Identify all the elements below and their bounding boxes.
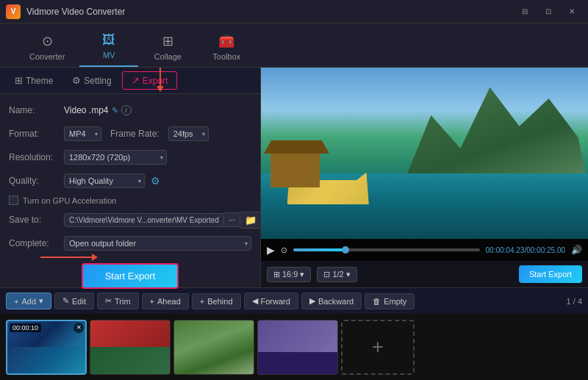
progress-dot xyxy=(342,246,349,254)
resolution-select-wrap: 1280x720 (720p) ▾ xyxy=(64,150,167,165)
forward-button[interactable]: ◀ Forward xyxy=(244,293,298,309)
save-row: Save to: C:\Vidmore\Vidmore V...onverter… xyxy=(9,211,251,229)
edit-icon[interactable]: ✎ xyxy=(112,106,118,115)
video-controls-bottom: ⊞ 16:9 ▾ ⊡ 1/2 ▾ Start Export xyxy=(261,261,588,287)
save-label: Save to: xyxy=(9,215,64,225)
progress-bar[interactable] xyxy=(293,248,480,251)
volume-icon[interactable]: 🔊 xyxy=(571,245,582,255)
zoom-dropdown-arrow: ▾ xyxy=(346,270,351,279)
video-controls: ▶ ⊙ 00:00:04.23/00:00:25.00 🔊 xyxy=(261,239,588,261)
app-container: V Vidmore Video Converter ⊟ ⊡ ✕ ⊙ Conver… xyxy=(0,0,588,380)
forward-label: Forward xyxy=(261,297,290,306)
quality-settings-icon[interactable]: ⚙ xyxy=(151,175,160,187)
film-add-button[interactable]: + xyxy=(341,320,415,375)
film-item-4[interactable]: ✕ xyxy=(257,320,338,375)
ahead-button[interactable]: + Ahead xyxy=(142,293,189,309)
aspect-ratio-button[interactable]: ⊞ 16:9 ▾ xyxy=(267,267,311,282)
stop-button[interactable]: ⊙ xyxy=(281,245,287,255)
save-path-text: C:\Vidmore\Vidmore V...onverter\MV Expor… xyxy=(64,213,224,227)
ahead-icon: + xyxy=(150,297,154,306)
add-dropdown-arrow: ▾ xyxy=(39,296,43,306)
quality-select-wrap: High Quality ▾ xyxy=(64,173,145,188)
time-display: 00:00:04.23/00:00:25.00 xyxy=(486,246,565,254)
play-button[interactable]: ▶ xyxy=(267,244,275,256)
backward-button[interactable]: ▶ Backward xyxy=(301,293,362,309)
zoom-button[interactable]: ⊡ 1/2 ▾ xyxy=(317,267,356,282)
backward-icon: ▶ xyxy=(309,296,315,306)
framerate-select[interactable]: 24fps xyxy=(168,126,209,141)
window-controls: ⊟ ⊡ ✕ xyxy=(514,4,582,19)
empty-button[interactable]: 🗑 Empty xyxy=(365,293,415,309)
zoom-icon: ⊡ xyxy=(323,270,330,279)
format-row: Format: MP4 ▾ Frame Rate: 24fps xyxy=(9,125,251,143)
quality-label: Quality: xyxy=(9,176,64,186)
converter-icon: ⊙ xyxy=(42,33,53,49)
complete-row: Complete: Open output folder ▾ xyxy=(9,234,251,252)
trim-button[interactable]: ✂ Trim xyxy=(97,293,139,309)
subtab-export[interactable]: ↗ Export xyxy=(122,71,178,90)
right-panel: ▶ ⊙ 00:00:04.23/00:00:25.00 🔊 ⊞ 16:9 ▾ xyxy=(261,68,588,287)
minimize-button[interactable]: ⊟ xyxy=(514,4,535,19)
complete-select-wrap: Open output folder ▾ xyxy=(64,236,251,251)
add-label: Add xyxy=(21,297,36,306)
film-close-1[interactable]: ✕ xyxy=(74,323,84,333)
tab-mv[interactable]: 🖼 MV xyxy=(79,26,138,67)
export-icon: ↗ xyxy=(132,75,140,86)
app-icon: V xyxy=(6,4,21,19)
quality-row: Quality: High Quality ▾ ⚙ xyxy=(9,172,251,190)
edit-label: Edit xyxy=(72,297,86,306)
behind-icon: + xyxy=(200,297,204,306)
preview-scene xyxy=(261,68,588,239)
behind-button[interactable]: + Behind xyxy=(192,293,241,309)
form-area: Name: Video .mp4 ✎ i Format: MP4 xyxy=(0,94,260,296)
complete-label: Complete: xyxy=(9,238,64,248)
name-label: Name: xyxy=(9,105,64,115)
resolution-select[interactable]: 1280x720 (720p) xyxy=(64,150,167,165)
resolution-label: Resolution: xyxy=(9,152,64,162)
left-panel: ⊞ Theme ⚙ Setting ↗ Export Name: xyxy=(0,68,261,287)
aspect-icon: ⊞ xyxy=(273,270,280,279)
quality-select[interactable]: High Quality xyxy=(64,173,145,188)
maximize-button[interactable]: ⊡ xyxy=(538,4,559,19)
add-button[interactable]: + Add ▾ xyxy=(6,293,51,309)
subtab-theme[interactable]: ⊞ Theme xyxy=(6,72,62,89)
add-icon: + xyxy=(14,297,18,306)
complete-select[interactable]: Open output folder xyxy=(64,236,251,251)
hut-roof xyxy=(264,140,329,154)
name-text: Video .mp4 xyxy=(64,105,109,115)
edit-button[interactable]: ✎ Edit xyxy=(54,293,94,309)
tab-converter[interactable]: ⊙ Converter xyxy=(15,27,79,67)
start-export-right-button[interactable]: Start Export xyxy=(519,265,582,283)
mv-icon: 🖼 xyxy=(102,32,115,48)
save-path-row: C:\Vidmore\Vidmore V...onverter\MV Expor… xyxy=(64,212,262,229)
gpu-checkbox[interactable] xyxy=(9,196,18,205)
start-export-button[interactable]: Start Export xyxy=(82,263,179,289)
edit-icon: ✎ xyxy=(62,296,69,306)
filmstrip: 00:00:10 ✕ ▶ ✕ ✕ ✕ + xyxy=(0,314,588,380)
page-count: 1 / 4 xyxy=(567,297,582,306)
film-item-2[interactable]: ✕ xyxy=(90,320,171,375)
setting-icon: ⚙ xyxy=(72,75,81,86)
toolbox-icon: 🧰 xyxy=(218,33,234,49)
tab-toolbox[interactable]: 🧰 Toolbox xyxy=(197,27,256,67)
name-value: Video .mp4 ✎ i xyxy=(64,105,251,115)
framerate-select-wrap: 24fps ▾ xyxy=(168,126,209,141)
film-item-3[interactable]: ✕ xyxy=(173,320,254,375)
empty-icon: 🗑 xyxy=(373,297,381,306)
tab-collage[interactable]: ⊞ Collage xyxy=(138,27,197,67)
forward-icon: ◀ xyxy=(252,296,258,306)
film-item-1[interactable]: 00:00:10 ✕ ▶ xyxy=(6,320,87,375)
gpu-label: Turn on GPU Acceleration xyxy=(23,196,116,205)
quality-value: High Quality ▾ ⚙ xyxy=(64,173,251,188)
theme-icon: ⊞ xyxy=(15,75,23,86)
subtab-setting[interactable]: ⚙ Setting xyxy=(63,72,120,89)
close-button[interactable]: ✕ xyxy=(562,4,582,19)
info-icon[interactable]: i xyxy=(121,105,132,115)
format-label: Format: xyxy=(9,129,64,139)
format-select[interactable]: MP4 xyxy=(64,126,101,141)
name-row: Name: Video .mp4 ✎ i xyxy=(9,101,251,119)
save-dots-button[interactable]: ··· xyxy=(224,212,240,227)
backward-label: Backward xyxy=(318,297,354,306)
film-add-icon: + xyxy=(372,335,384,359)
save-folder-button[interactable]: 📁 xyxy=(240,212,262,229)
